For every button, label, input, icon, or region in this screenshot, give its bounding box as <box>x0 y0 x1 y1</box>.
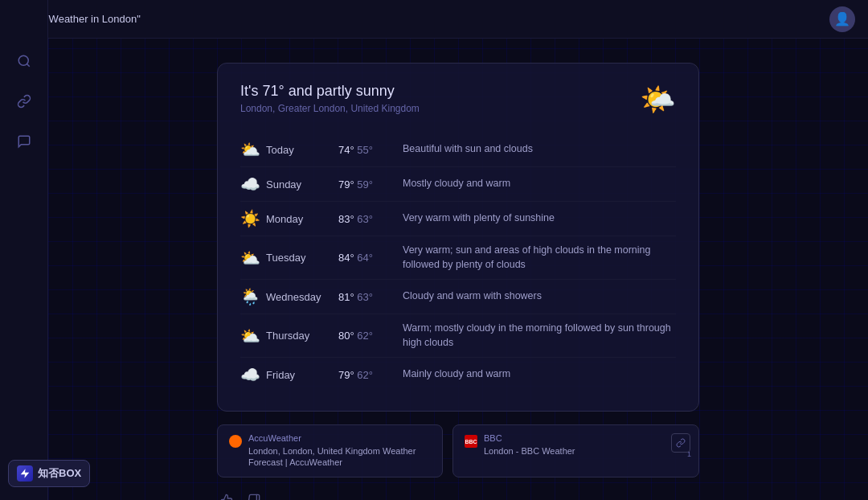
temp-low: 63° <box>357 213 373 225</box>
user-avatar[interactable]: 👤 <box>829 6 855 32</box>
weather-main-info: It's 71° and partly sunny London, Greate… <box>240 83 420 114</box>
forecast-icon-sunday: ☁️ <box>240 174 266 194</box>
weather-header: It's 71° and partly sunny London, Greate… <box>240 83 676 117</box>
forecast-temps-monday: 83° 63° <box>338 213 403 225</box>
forecast-day-sunday: Sunday <box>266 178 338 191</box>
temp-high: 83° <box>338 213 357 225</box>
forecast-day-thursday: Thursday <box>266 330 338 342</box>
temp-low: 55° <box>357 144 373 156</box>
bbc-favicon: BBC <box>465 435 477 448</box>
forecast-temps-friday: 79° 62° <box>338 369 403 381</box>
temp-low: 59° <box>357 178 373 191</box>
forecast-icon-tuesday: ⛅ <box>240 248 266 268</box>
weather-current-icon: 🌤️ <box>640 83 676 117</box>
source-title-accuweather: London, London, United Kingdom Weather F… <box>248 445 431 469</box>
forecast-row-wednesday: 🌦️ Wednesday 81° 63° Cloudy and warm wit… <box>240 280 676 314</box>
temp-high: 79° <box>338 178 357 191</box>
thumbs-down-button[interactable] <box>244 490 264 500</box>
weather-current-title: It's 71° and partly sunny <box>240 83 420 100</box>
forecast-day-friday: Friday <box>266 369 338 381</box>
forecast-temps-thursday: 80° 62° <box>338 330 403 342</box>
forecast-day-tuesday: Tuesday <box>266 252 338 264</box>
bottom-logo: 知否BOX <box>8 460 90 487</box>
forecast-desc-tuesday: Very warm; sun and areas of high clouds … <box>403 244 676 272</box>
chat-icon[interactable] <box>11 129 37 154</box>
header-title: "Weather in London" <box>45 13 141 25</box>
forecast-row-tuesday: ⛅ Tuesday 84° 64° Very warm; sun and are… <box>240 236 676 280</box>
forecast-icon-friday: ☁️ <box>240 365 266 384</box>
temp-low: 62° <box>357 330 373 342</box>
logo-icon <box>17 465 33 482</box>
forecast-icon-today: ⛅ <box>240 140 266 159</box>
weather-card: It's 71° and partly sunny London, Greate… <box>217 63 699 412</box>
svg-marker-1 <box>21 469 30 478</box>
sidebar <box>0 0 48 500</box>
forecast-desc-today: Beautiful with sun and clouds <box>403 142 676 157</box>
forecast-row-today: ⛅ Today 74° 55° Beautiful with sun and c… <box>240 133 676 167</box>
forecast-day-today: Today <box>266 144 338 156</box>
source-name-accuweather: AccuWeather <box>248 433 431 443</box>
temp-low: 64° <box>357 252 373 264</box>
source-link-count: 1 <box>687 450 691 458</box>
forecast-icon-thursday: ⛅ <box>240 326 266 346</box>
forecast-temps-today: 74° 55° <box>338 144 403 156</box>
source-link-button[interactable]: 1 <box>671 433 690 453</box>
forecast-day-monday: Monday <box>266 213 338 225</box>
forecast-list: ⛅ Today 74° 55° Beautiful with sun and c… <box>240 133 676 391</box>
logo-text: 知否BOX <box>38 466 81 481</box>
link-icon[interactable] <box>11 88 37 114</box>
forecast-row-friday: ☁️ Friday 79° 62° Mainly cloudy and warm <box>240 358 676 391</box>
forecast-desc-monday: Very warm with plenty of sunshine <box>403 211 676 226</box>
forecast-desc-wednesday: Cloudy and warm with showers <box>403 289 676 304</box>
forecast-desc-sunday: Mostly cloudy and warm <box>403 177 676 191</box>
weather-location: London, Greater London, United Kingdom <box>240 103 420 114</box>
main-content: It's 71° and partly sunny London, Greate… <box>48 39 868 500</box>
forecast-icon-monday: ☀️ <box>240 209 266 228</box>
forecast-desc-friday: Mainly cloudy and warm <box>403 367 676 382</box>
accuweather-favicon <box>229 435 242 448</box>
source-title-bbc: London - BBC Weather <box>484 445 666 457</box>
forecast-row-monday: ☀️ Monday 83° 63° Very warm with plenty … <box>240 202 676 236</box>
temp-high: 80° <box>338 330 357 342</box>
action-bar <box>217 490 699 500</box>
svg-point-0 <box>18 55 28 65</box>
thumbs-up-button[interactable] <box>217 490 236 500</box>
forecast-desc-thursday: Warm; mostly cloudy in the morning follo… <box>403 322 676 350</box>
source-card-bbc[interactable]: BBC BBC London - BBC Weather 1 <box>452 424 699 477</box>
forecast-temps-wednesday: 81° 63° <box>338 291 403 303</box>
header: "Weather in London" 👤 <box>0 0 868 39</box>
temp-high: 79° <box>338 369 357 381</box>
temp-low: 62° <box>357 369 373 381</box>
temp-low: 63° <box>357 291 373 303</box>
search-icon[interactable] <box>11 48 37 74</box>
temp-high: 84° <box>338 252 357 264</box>
source-card-accuweather[interactable]: AccuWeather London, London, United Kingd… <box>217 424 443 477</box>
forecast-icon-wednesday: 🌦️ <box>240 287 266 306</box>
temp-high: 81° <box>338 291 357 303</box>
forecast-row-thursday: ⛅ Thursday 80° 62° Warm; mostly cloudy i… <box>240 314 676 358</box>
forecast-row-sunday: ☁️ Sunday 79° 59° Mostly cloudy and warm <box>240 167 676 202</box>
forecast-temps-tuesday: 84° 64° <box>338 252 403 264</box>
source-info-bbc: BBC London - BBC Weather <box>484 433 666 457</box>
forecast-day-wednesday: Wednesday <box>266 291 338 303</box>
source-info-accuweather: AccuWeather London, London, United Kingd… <box>248 433 431 469</box>
temp-high: 74° <box>338 144 357 156</box>
source-name-bbc: BBC <box>484 433 666 443</box>
sources-section: AccuWeather London, London, United Kingd… <box>217 424 699 477</box>
forecast-temps-sunday: 79° 59° <box>338 178 403 191</box>
